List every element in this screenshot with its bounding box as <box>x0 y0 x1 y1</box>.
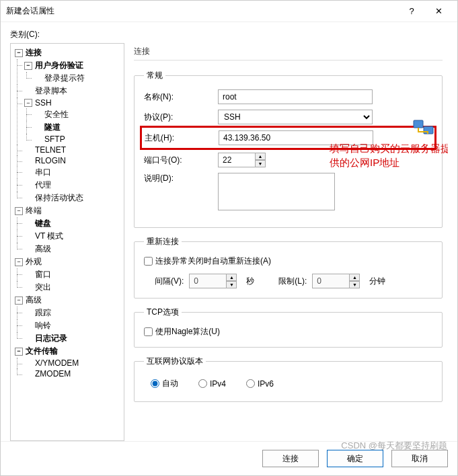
ok-button[interactable]: 确定 <box>327 450 383 467</box>
name-input[interactable] <box>218 89 373 104</box>
nagle-label: 使用Nagle算法(U) <box>155 326 220 338</box>
ip-v4-option[interactable]: IPv4 <box>198 379 226 389</box>
titlebar: 新建会话属性 ? ✕ <box>1 1 457 22</box>
svg-rect-0 <box>414 120 423 128</box>
limit-unit: 分钟 <box>369 276 385 287</box>
limit-spin-down[interactable]: ▼ <box>349 281 360 288</box>
window-title: 新建会话属性 <box>6 5 398 17</box>
protocol-select[interactable]: SSH <box>218 110 373 124</box>
tcp-group: TCP选项 使用Nagle算法(U) <box>134 307 443 348</box>
ip-auto-radio[interactable] <box>151 379 159 388</box>
minus-icon[interactable]: − <box>15 49 23 57</box>
tree-item-advanced[interactable]: −高级 <box>13 294 122 307</box>
close-button[interactable]: ✕ <box>425 1 452 22</box>
ip-auto-option[interactable]: 自动 <box>151 378 178 389</box>
minus-icon[interactable]: − <box>24 99 32 107</box>
tree-item-rlogin[interactable]: RLOGIN <box>23 155 122 166</box>
tree-item-login-prompt[interactable]: 登录提示符 <box>32 72 122 85</box>
help-button[interactable]: ? <box>398 1 425 22</box>
ipversion-legend: 互联网协议版本 <box>144 356 206 367</box>
tree-item-terminal[interactable]: −终端 <box>13 204 122 217</box>
interval-spin-down[interactable]: ▼ <box>226 281 237 288</box>
tree-item-serial[interactable]: 串口 <box>23 166 122 179</box>
ip-v6-option[interactable]: IPv6 <box>246 379 274 389</box>
panel-title: 连接 <box>134 46 443 61</box>
tree-item-proxy[interactable]: 代理 <box>23 179 122 192</box>
watermark: CSDN @每天都要坚持刷题 <box>341 440 447 452</box>
tree-item-window[interactable]: 窗口 <box>23 268 122 281</box>
general-legend: 常规 <box>144 70 165 81</box>
interval-unit: 秒 <box>246 276 254 287</box>
tree-item-logging[interactable]: 日志记录 <box>23 332 122 345</box>
limit-label: 限制(L): <box>278 276 307 287</box>
port-label: 端口号(O): <box>144 155 218 166</box>
interval-input[interactable] <box>189 274 227 288</box>
ip-v4-radio[interactable] <box>198 379 207 388</box>
minus-icon[interactable]: − <box>15 258 23 266</box>
minus-icon[interactable]: − <box>15 296 23 305</box>
protocol-label: 协议(P): <box>144 112 218 123</box>
tree-item-auth[interactable]: −用户身份验证 <box>23 59 122 72</box>
limit-spin-up[interactable]: ▲ <box>349 274 360 281</box>
port-spin-up[interactable]: ▲ <box>255 153 266 160</box>
minus-icon[interactable]: − <box>15 207 23 215</box>
tree-item-bell[interactable]: 响铃 <box>23 319 122 332</box>
auto-reconnect-label: 连接异常关闭时自动重新连接(A) <box>155 255 271 267</box>
tree-item-tunnel[interactable]: 隧道 <box>32 121 122 134</box>
tcp-legend: TCP选项 <box>144 307 182 318</box>
category-label: 类别(C): <box>10 29 448 40</box>
cancel-button[interactable]: 取消 <box>391 450 448 467</box>
port-spin-down[interactable]: ▼ <box>255 160 266 167</box>
interval-label: 间隔(V): <box>155 276 184 287</box>
desc-label: 说明(D): <box>144 173 218 184</box>
tree-item-highlight[interactable]: 突出 <box>23 281 122 294</box>
tree-item-ssh[interactable]: −SSH <box>23 97 122 108</box>
limit-input[interactable] <box>312 274 350 288</box>
tree-item-keyboard[interactable]: 键盘 <box>23 217 122 230</box>
dialog-window: 新建会话属性 ? ✕ 类别(C): −连接 −用户身份验证 登录 <box>0 0 458 476</box>
tree-item-filetransfer[interactable]: −文件传输 <box>13 345 122 358</box>
tree-item-vtmode[interactable]: VT 模式 <box>23 230 122 243</box>
desc-textarea[interactable] <box>218 173 335 210</box>
tree-item-keepalive[interactable]: 保持活动状态 <box>23 192 122 204</box>
tree-item-security[interactable]: 安全性 <box>32 108 122 121</box>
category-tree[interactable]: −连接 −用户身份验证 登录提示符 登录脚本 − <box>10 43 124 441</box>
nagle-checkbox[interactable] <box>144 327 153 336</box>
reconnect-group: 重新连接 连接异常关闭时自动重新连接(A) 间隔(V): ▲ ▼ <box>134 236 443 299</box>
network-icon <box>413 118 434 137</box>
tree-item-trace[interactable]: 跟踪 <box>23 307 122 319</box>
minus-icon[interactable]: − <box>24 62 32 70</box>
settings-panel: 连接 常规 名称(N): 协议(P): SSH <box>131 43 448 441</box>
annotation-text: 填写自己购买的云服务器提供的公网IP地址 <box>330 141 448 169</box>
ipversion-group: 互联网协议版本 自动 IPv4 IPv6 <box>134 356 443 402</box>
tree-item-xymodem[interactable]: X/YMODEM <box>23 358 122 368</box>
tree-item-connection[interactable]: −连接 <box>13 46 122 59</box>
minus-icon[interactable]: − <box>15 348 23 356</box>
tree-item-zmodem[interactable]: ZMODEM <box>23 368 122 379</box>
tree-item-appearance[interactable]: −外观 <box>13 255 122 268</box>
connect-button[interactable]: 连接 <box>262 450 319 467</box>
name-label: 名称(N): <box>144 91 218 103</box>
ip-v6-radio[interactable] <box>246 379 255 388</box>
main-area: −连接 −用户身份验证 登录提示符 登录脚本 − <box>10 43 448 441</box>
tree-item-advanced-terminal[interactable]: 高级 <box>23 243 122 255</box>
tree-item-sftp[interactable]: SFTP <box>32 134 122 145</box>
tree-item-telnet[interactable]: TELNET <box>23 145 122 155</box>
host-label: 主机(H): <box>145 132 219 144</box>
port-input[interactable] <box>218 153 256 167</box>
interval-spin-up[interactable]: ▲ <box>226 274 237 281</box>
reconnect-legend: 重新连接 <box>144 236 182 247</box>
auto-reconnect-checkbox[interactable] <box>144 257 153 266</box>
tree-item-login-script[interactable]: 登录脚本 <box>23 85 122 97</box>
content-area: 类别(C): −连接 −用户身份验证 登录提示符 <box>1 22 457 441</box>
